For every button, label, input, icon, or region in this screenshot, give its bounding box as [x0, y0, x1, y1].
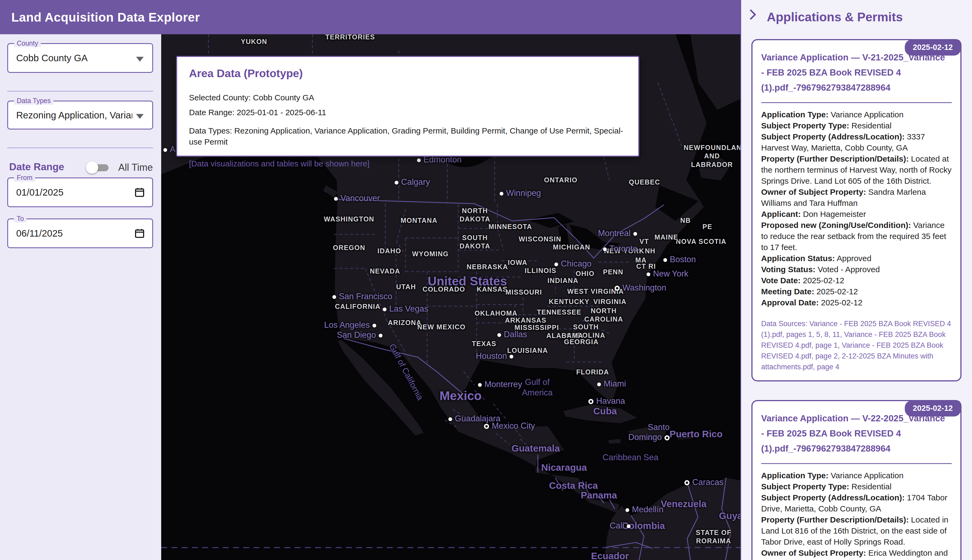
page-title: Land Acquisition Data Explorer	[11, 10, 200, 25]
map-label: VT	[640, 238, 649, 245]
map-label: MISSOURI	[505, 288, 542, 296]
field-label: Owner of Subject Property:	[761, 548, 866, 557]
map-label: Panama	[581, 490, 617, 501]
date-range-heading: Date Range	[9, 161, 64, 173]
field-value: Variance Application	[831, 110, 904, 119]
field-value: Residential	[852, 121, 892, 130]
field-label: Applicant:	[761, 210, 801, 218]
map-label: SOUTH DAKOTA	[447, 233, 503, 251]
map-label: Toronto	[603, 244, 637, 253]
county-select[interactable]: County Cobb County GA	[7, 43, 153, 73]
field-value: Voted - Approved	[818, 265, 880, 274]
map-label: Vancouver	[334, 193, 380, 203]
field-value: 2025-02-12	[816, 287, 858, 296]
application-field: Application Type: Variance Application	[761, 109, 952, 120]
filters-sidebar: County Cobb County GA Data Types Rezonin…	[0, 34, 161, 560]
card-divider	[761, 463, 952, 464]
map-label: MAINE	[654, 233, 678, 241]
map-canvas[interactable]: YUKONTERRITORIESONTARIOQUEBECNEWFOUNDLAN…	[161, 34, 740, 560]
date-badge: 2025-02-12	[905, 40, 961, 55]
applications-panel: Applications & Permits 2025-02-12 Varian…	[740, 0, 972, 560]
chevron-down-icon	[136, 114, 144, 119]
application-field: Owner of Subject Property: Erica Wedding…	[761, 547, 952, 558]
map-label: San Francisco	[332, 292, 392, 301]
field-value: 2025-02-12	[803, 276, 844, 285]
map-label: GEORGIA	[564, 338, 599, 346]
application-field: Application Status: Approved	[761, 253, 952, 264]
map-label: Calgary	[395, 177, 430, 187]
all-time-toggle[interactable]	[86, 161, 112, 174]
map-label: NEWFOUNDLAND AND LABRADOR	[684, 143, 740, 169]
map-label: TERRITORIES	[325, 34, 375, 41]
field-label: Property (Further Description/Details):	[761, 515, 909, 524]
to-date-input[interactable]: To 06/11/2025	[7, 218, 153, 248]
map-label: Guatemala	[512, 443, 560, 454]
field-value: 2025-02-12	[821, 298, 862, 307]
field-value: Residential	[852, 482, 892, 491]
application-card[interactable]: 2025-02-12 Variance Application — V-22-2…	[751, 400, 962, 560]
map-label: KENTUCKY	[549, 298, 590, 306]
field-label: Application Type:	[761, 471, 828, 480]
map-label: VIRGINIA	[593, 298, 626, 306]
application-field: Proposed new (Zoning/Use/Condition): Var…	[761, 220, 952, 253]
field-label: Application Type:	[761, 110, 828, 119]
application-field: Approval Date: 2025-02-12	[761, 297, 952, 308]
map-label: Monterrey	[478, 380, 522, 389]
calendar-icon[interactable]	[134, 228, 145, 239]
map-label: Cuba	[593, 406, 617, 417]
field-value: Erica Weddington and	[868, 548, 948, 557]
map-label: CALIFORNIA	[335, 303, 380, 310]
application-field: Subject Property (Address/Location): 170…	[761, 492, 952, 514]
map-label: United States	[428, 274, 507, 288]
data-sources: Data Sources: Variance - FEB 2025 BZA Bo…	[761, 318, 952, 372]
all-time-label: All Time	[118, 162, 153, 173]
field-label: Property (Further Description/Details):	[761, 154, 909, 163]
map-label: WYOMING	[412, 250, 449, 258]
selected-county-line: Selected County: Cobb County GA	[189, 92, 626, 103]
data-types-select[interactable]: Data Types Rezoning Application, Varian.…	[7, 101, 153, 130]
map-label: Mexico	[440, 388, 482, 403]
map-label: MICHIGAN	[553, 243, 590, 251]
map-label: Montreal	[598, 228, 637, 238]
field-label: Subject Property (Address/Location):	[761, 493, 905, 502]
map-label: Chicago	[554, 259, 592, 269]
field-label: Meeting Date:	[761, 287, 814, 296]
area-data-panel: Area Data (Prototype) Selected County: C…	[176, 56, 639, 157]
calendar-icon[interactable]	[134, 187, 145, 198]
collapse-chevron-icon[interactable]	[746, 9, 756, 20]
map-label: Guyana	[719, 510, 740, 521]
from-date-input[interactable]: From 01/01/2025	[7, 177, 153, 207]
application-field: Subject Property Type: Residential	[761, 120, 952, 131]
from-label: From	[14, 174, 35, 182]
map-label: NB	[680, 217, 691, 225]
application-card[interactable]: 2025-02-12 Variance Application — V-21-2…	[751, 39, 962, 382]
application-field: Property (Further Description/Details): …	[761, 514, 952, 547]
map-label: Puerto Rico	[669, 428, 723, 439]
map-label: IDAHO	[378, 247, 401, 255]
toggle-thumb	[86, 161, 98, 174]
applications-panel-title: Applications & Permits	[767, 10, 903, 24]
application-field: Subject Property (Address/Location): 333…	[761, 131, 952, 153]
map-label: Nicaragua	[541, 462, 587, 473]
date-badge: 2025-02-12	[905, 401, 961, 417]
date-range-line: Date Range: 2025-01-01 - 2025-06-11	[189, 107, 626, 118]
field-label: Owner of Subject Property:	[761, 187, 866, 197]
application-field: Owner of Subject Property: Sandra Marlen…	[761, 187, 952, 208]
field-value: Don Hagemeister	[803, 210, 866, 218]
field-label: Proposed new (Zoning/Use/Condition):	[761, 221, 911, 230]
field-label: Subject Property Type:	[761, 482, 849, 491]
map-label: ILLINOIS	[525, 267, 557, 275]
to-value: 06/11/2025	[16, 228, 63, 239]
map-label: Havana	[588, 396, 625, 406]
map-label: MINNESOTA	[489, 223, 532, 231]
map-label: OKLAHOMA	[474, 309, 517, 317]
application-field: Property (Further Description/Details): …	[761, 153, 952, 187]
app-header: Land Acquisition Data Explorer	[0, 0, 740, 34]
data-types-label: Data Types	[14, 97, 54, 105]
map-label: Washington	[614, 283, 666, 293]
map-label: Miami	[597, 379, 626, 389]
map-label: San Diego	[337, 330, 383, 340]
field-label: Subject Property Type:	[761, 121, 849, 130]
from-value: 01/01/2025	[16, 187, 64, 198]
map-label: INDIANA	[547, 277, 579, 285]
